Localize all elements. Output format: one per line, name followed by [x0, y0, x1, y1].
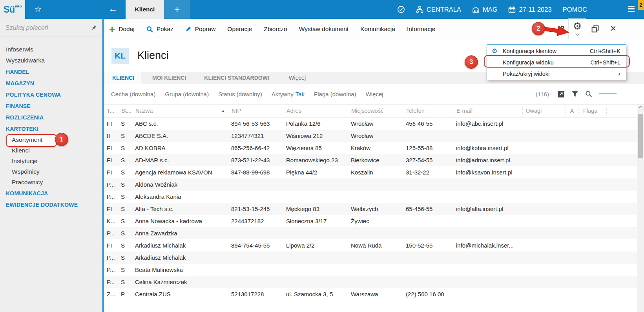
table-row[interactable]: FI S Alfa - Tech s.c. 821-53-15-245 Męck…	[104, 203, 637, 215]
sidebar-item[interactable]: EWIDENCJE DODATKOWE	[0, 199, 102, 210]
filter-chip[interactable]: Więcej	[366, 91, 383, 97]
search-list-icon[interactable]	[585, 90, 592, 97]
table-row[interactable]: FI S Arkadiusz Michalak 894-754-45-55 Li…	[104, 239, 637, 251]
table-row[interactable]: P... S Celina Kaźmierczak	[104, 276, 637, 288]
sidebar-item[interactable]: POLITYKA CENOWA	[0, 89, 102, 100]
column-header-telefon[interactable]: Telefon	[403, 106, 453, 116]
table-row[interactable]: FI S ABC s.c. 894-56-53-563 Polanka 12/6…	[104, 117, 637, 130]
sidebar-nav: Infoserwis Wyszukiwarka HANDEL MAGAZYN P…	[0, 37, 102, 210]
scroll-up-arrow-icon[interactable]	[639, 106, 643, 110]
column-header-email[interactable]: E-mail	[453, 106, 522, 116]
sidebar-item[interactable]: KOMUNIKACJA	[0, 187, 102, 199]
table-row[interactable]: K... S Anna Nowacka - kadrowa 2244372182…	[104, 215, 637, 227]
filter-chip[interactable]: Status (dowolny)	[218, 91, 262, 97]
logo-text: Sü	[3, 4, 15, 15]
information-menu[interactable]: Informacje	[407, 26, 435, 33]
magnifier-icon	[146, 26, 153, 33]
favorites-star-icon[interactable]	[35, 4, 42, 14]
close-view-icon[interactable]	[610, 22, 616, 35]
sidebar-item[interactable]: Wyszukiwarka	[0, 55, 102, 66]
column-header-uwagi[interactable]: Uwagi	[522, 106, 566, 116]
edit-button[interactable]: Popraw	[185, 26, 216, 33]
new-tab-button[interactable]	[164, 0, 190, 19]
sidebar-item[interactable]: Instytucje	[0, 156, 102, 166]
tab-klienci[interactable]: Klienci	[126, 0, 164, 19]
menu-item-pokaz-ukryj-widoki[interactable]: Pokaż/ukryj widoki	[487, 68, 626, 79]
add-button[interactable]: Dodaj	[109, 26, 135, 33]
table-row[interactable]: FI S AD KOBRA 865-256-66-42 Więzienna 85…	[104, 142, 637, 154]
sidebar-item[interactable]: HANDEL	[0, 66, 102, 77]
column-header-nip[interactable]: NIP	[228, 106, 283, 116]
main-menu-icon[interactable]	[628, 6, 635, 12]
app-window: SüPRO Klienci CENTRALA	[0, 0, 644, 312]
issue-document-menu[interactable]: Wystaw dokument	[299, 26, 349, 33]
scrollbar-thumb[interactable]	[638, 114, 643, 158]
filter-funnel-icon[interactable]	[571, 91, 578, 97]
sidebar-item[interactable]: FINANSE	[0, 100, 102, 112]
table-row[interactable]: FI S AD-MAR s.c. 873-521-22-43 Romanowsk…	[104, 154, 637, 166]
warehouse-selector[interactable]: MAG	[472, 6, 498, 13]
export-icon[interactable]	[557, 90, 565, 98]
help-menu[interactable]: POMOC	[563, 6, 587, 13]
sidebar-item[interactable]: Wspólnicy	[0, 166, 102, 177]
sidebar-item[interactable]: KARTOTEKI	[0, 123, 102, 134]
column-header-filler	[606, 106, 637, 116]
sidebar-item[interactable]: Asortyment	[0, 134, 102, 145]
notification-badge[interactable]: 2	[638, 0, 644, 10]
view-tab-klienci-standardowi[interactable]: KLIENCI STANDARDOWI	[197, 72, 276, 84]
settings-gear-button[interactable]	[569, 19, 586, 39]
sidebar-item[interactable]: ROZLICZENIA	[0, 112, 102, 123]
column-header-flaga[interactable]: Flaga	[578, 106, 606, 116]
bulk-menu[interactable]: Zbiorczo	[264, 26, 287, 33]
vertical-scrollbar[interactable]	[637, 104, 644, 312]
command-search-input[interactable]: Szukaj poleceń	[0, 19, 102, 37]
filter-chip[interactable]: Cecha (dowolna)	[111, 91, 155, 97]
sync-status-check-icon[interactable]	[397, 6, 405, 13]
column-header-nazwa[interactable]: Nazwa	[132, 106, 228, 116]
table-row[interactable]: P... S Arkadiusz Michalak	[104, 251, 637, 264]
sidebar-item[interactable]: Pracownicy	[0, 177, 102, 187]
operations-menu[interactable]: Operacje	[227, 26, 252, 33]
table-row[interactable]: Z... P Centrala ZUS 5213017228 ul. Szamo…	[104, 288, 637, 300]
communication-menu[interactable]: Komunikacja	[360, 26, 395, 33]
pin-icon[interactable]	[91, 25, 97, 31]
gear-dropdown-menu: Konfiguracja klientów Ctrl+Shift+K Konfi…	[487, 44, 626, 80]
module-code-badge: KL	[111, 48, 129, 64]
show-button[interactable]: Pokaż	[146, 26, 173, 33]
table-row[interactable]: P... S Beata Malinowska	[104, 264, 637, 276]
sidebar-item[interactable]: MAGAZYN	[0, 77, 102, 89]
menu-item-konfiguracja-klientow[interactable]: Konfiguracja klientów Ctrl+Shift+K	[487, 45, 626, 57]
duplicate-view-icon[interactable]	[591, 25, 599, 34]
view-tab-klienci[interactable]: KLIENCI	[105, 72, 141, 84]
column-header-typ[interactable]: T...	[104, 106, 118, 116]
menu-item-konfiguracja-widoku[interactable]: Konfiguracja widoku Ctrl+Shift+L	[487, 57, 626, 68]
column-header-a[interactable]: A	[566, 106, 578, 116]
list-options-icon[interactable]	[599, 93, 617, 95]
warehouse-name: MAG	[483, 6, 498, 13]
table-row[interactable]: FI S Agencja reklamowa KSAVON 847-88-99-…	[104, 166, 637, 178]
filter-chip[interactable]: Grupa (dowolna)	[165, 91, 209, 97]
brush-icon	[185, 26, 192, 32]
column-header-adres[interactable]: Adres	[283, 106, 348, 116]
view-tab-more[interactable]: Więcej	[280, 72, 315, 84]
table-header-row: T... St... Nazwa NIP Adres Miejscowość T…	[104, 104, 637, 117]
table-row[interactable]: P... S Anna Zawadzka	[104, 227, 637, 239]
search-placeholder: Szukaj poleceń	[5, 24, 48, 31]
company-selector[interactable]: CENTRALA	[416, 6, 461, 13]
sidebar-item[interactable]: Infoserwis	[0, 44, 102, 55]
app-logo[interactable]: SüPRO	[0, 0, 25, 19]
sidebar: Szukaj poleceń Infoserwis Wyszukiwarka H…	[0, 19, 102, 312]
date-selector[interactable]: 27-11-2023	[508, 6, 551, 13]
column-header-miejscowosc[interactable]: Miejscowość	[348, 106, 403, 116]
filter-chip[interactable]: AktywnyTak	[272, 91, 305, 97]
sidebar-item[interactable]: Klienci	[0, 145, 102, 156]
table-row[interactable]: II S ABCDE S.A. 1234774321 Wiśniowa 212 …	[104, 130, 637, 142]
view-tab-moi-klienci[interactable]: MOI KLIENCI	[145, 72, 193, 84]
table-row[interactable]: P... S Aldona Woźniak	[104, 178, 637, 191]
gear-icon	[573, 19, 582, 33]
table-row[interactable]: P... S Aleksandra Kania	[104, 191, 637, 203]
current-date: 27-11-2023	[519, 6, 551, 13]
filter-chip[interactable]: Flaga (dowolna)	[314, 91, 356, 97]
back-arrow-icon[interactable]	[108, 3, 118, 14]
column-header-status[interactable]: St...	[118, 106, 132, 116]
